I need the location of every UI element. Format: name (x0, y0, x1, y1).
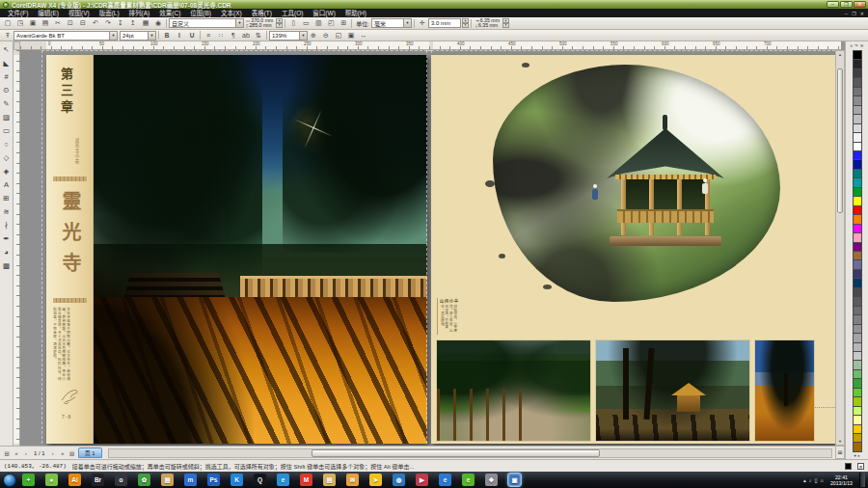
color-swatch-8[interactable] (853, 124, 862, 133)
drop-cap-button[interactable]: ¶ (228, 30, 239, 41)
ellipse-tool[interactable]: ○ (1, 138, 13, 150)
taskbar-globe[interactable]: ◍ (393, 474, 405, 486)
taskbar-qq[interactable]: Q (254, 474, 266, 486)
basic-shapes-tool[interactable]: ◈ (1, 165, 13, 177)
add-page-button[interactable]: ▤ (3, 450, 11, 456)
drawing-units-button[interactable]: ◰ (325, 18, 337, 29)
export-button[interactable]: ↥ (127, 18, 139, 29)
taskbar-folder[interactable]: ▤ (323, 474, 336, 486)
taskbar-foxmail[interactable]: M (300, 474, 312, 486)
font-name-select[interactable]: AvantGarde Bk BT▼ (14, 31, 118, 41)
menu-item-5[interactable]: 效果(C) (154, 10, 185, 16)
paste-button[interactable]: ⊟ (77, 18, 89, 29)
landscape-button[interactable]: ▭ (300, 18, 312, 29)
palette-close-icon[interactable]: ✕ (860, 43, 864, 48)
taskbar-ie[interactable]: e (439, 474, 451, 486)
color-swatch-22[interactable] (853, 252, 862, 260)
color-swatch-37[interactable] (853, 389, 862, 397)
crop-tool[interactable]: # (1, 70, 13, 83)
tray-icon[interactable]: ♪ (809, 477, 812, 483)
paper-size-fields[interactable]: ▭370.0 mm ▯285.0 mm (246, 18, 273, 29)
freehand-tool[interactable]: ✎ (1, 97, 13, 110)
prev-page-button[interactable]: ‹ (22, 450, 30, 456)
document-navigator-button[interactable]: ⊞ (835, 446, 845, 459)
color-swatch-11[interactable] (853, 151, 862, 160)
garden-photo-thumbnail[interactable] (436, 339, 591, 442)
close-button[interactable]: ✕ (854, 1, 866, 8)
interactive-fill-tool[interactable]: ▩ (1, 259, 13, 272)
color-swatch-29[interactable] (853, 315, 862, 324)
cut-button[interactable]: ✂ (52, 18, 64, 29)
nudge-spinner[interactable]: ▲▼ (462, 18, 469, 28)
page-tab[interactable]: 页 1 (78, 447, 102, 458)
taskbar-360browser-green[interactable]: ● (45, 474, 58, 486)
underline-button[interactable]: U (186, 30, 198, 41)
show-desktop-button[interactable] (859, 473, 865, 487)
color-swatch-31[interactable] (853, 334, 862, 342)
color-swatch-25[interactable] (853, 279, 862, 287)
taskbar-media-blue[interactable]: m (184, 474, 197, 486)
menu-item-10[interactable]: 窗口(W) (308, 10, 339, 16)
color-swatch-18[interactable] (853, 215, 862, 224)
taskbar-bridge[interactable]: Br (92, 474, 104, 486)
duplicate-spinner[interactable]: ▲▼ (502, 18, 509, 28)
zoom-in-button[interactable]: ⊕ (308, 30, 319, 41)
menu-item-9[interactable]: 工具(O) (277, 10, 308, 16)
save-button[interactable]: ▣ (27, 18, 39, 29)
zoom-level-select[interactable]: 139%▼ (269, 31, 308, 41)
color-swatch-38[interactable] (853, 397, 862, 406)
color-swatch-36[interactable] (853, 379, 862, 388)
right-page[interactable]: 山间小亭 绿荫深处，小亭翼然。游人驻足，山风送爽，竹影婆娑，其乐融融。 (431, 55, 835, 444)
blend-tool[interactable]: ≋ (1, 205, 13, 218)
polygon-tool[interactable]: ◇ (1, 151, 13, 164)
minimize-button[interactable]: ─ (827, 1, 839, 8)
zoom-width-button[interactable]: ↔ (358, 30, 369, 41)
edit-text-button[interactable]: ab (240, 30, 252, 41)
text-direction-button[interactable]: ⇅ (253, 30, 264, 41)
taskbar-folder-share[interactable]: ▤ (161, 474, 174, 486)
outline-tool[interactable]: ✒ (1, 232, 13, 245)
add-page-after-button[interactable]: ▤ (68, 450, 76, 456)
menu-item-0[interactable]: 文件(F) (3, 10, 33, 16)
nudge-input[interactable]: 3.0 mm (428, 18, 461, 28)
taskbar-illustrator[interactable]: Ai (68, 474, 81, 486)
rectangle-tool[interactable]: ▭ (1, 124, 13, 137)
color-swatch-28[interactable] (853, 307, 862, 315)
doc-window-control-icon[interactable]: ❐ (852, 11, 855, 16)
sunset-tree-photo-thumbnail[interactable] (754, 339, 815, 442)
ink-wash-pavilion-photo[interactable] (493, 65, 780, 302)
color-swatch-16[interactable] (853, 197, 862, 205)
left-page[interactable]: 第三章 灵光寺小景 靈光寺 灵光寺座落于阴那山麓，古木参天，曲径通幽，晨钟暮鼓，… (46, 55, 427, 444)
open-button[interactable]: ◳ (14, 18, 26, 29)
undo-button[interactable]: ↶ (90, 18, 101, 29)
color-swatch-10[interactable] (853, 143, 862, 151)
menu-item-6[interactable]: 位图(B) (185, 10, 216, 16)
color-swatch-9[interactable] (853, 133, 862, 142)
color-swatch-40[interactable] (853, 416, 862, 424)
zoom-out-button[interactable]: ⊖ (320, 30, 332, 41)
color-swatch-0[interactable] (853, 50, 862, 60)
taskbar-kugou[interactable]: K (231, 474, 243, 486)
color-swatch-24[interactable] (853, 270, 862, 279)
import-button[interactable]: ↧ (115, 18, 126, 29)
align-button[interactable]: ≡ (203, 30, 214, 41)
taskbar-360safe[interactable]: + (22, 474, 35, 486)
horizontal-ruler[interactable]: 0501001502002503003504004505005506006507… (20, 41, 841, 50)
welcome-screen-button[interactable]: ◉ (152, 18, 164, 29)
fill-tool[interactable]: ◕ (1, 246, 13, 258)
shape-tool[interactable]: ◣ (1, 57, 13, 69)
color-swatch-26[interactable] (853, 288, 862, 297)
scroll-down-icon[interactable]: ▼ (836, 439, 844, 444)
palette-scroll-down-icon[interactable]: ▾ » (854, 452, 859, 459)
color-swatch-21[interactable] (853, 243, 862, 252)
chapter-sidebar[interactable]: 第三章 灵光寺小景 靈光寺 灵光寺座落于阴那山麓，古木参天，曲径通幽，晨钟暮鼓，… (46, 55, 94, 444)
ruler-origin[interactable] (14, 41, 20, 50)
taskbar-office[interactable]: o (115, 474, 127, 486)
page-preset-select[interactable]: 自定义▼ (169, 18, 244, 28)
paper-size-spinner[interactable]: ▲▼ (276, 18, 283, 28)
units-select[interactable]: 毫米▼ (371, 18, 412, 28)
palette-collapse-icon[interactable]: « (850, 43, 853, 48)
color-swatch-7[interactable] (853, 115, 862, 123)
caption-block[interactable]: 山间小亭 绿荫深处，小亭翼然。游人驻足，山风送爽，竹影婆娑，其乐融融。 (437, 298, 495, 335)
zoom-page-button[interactable]: ▣ (345, 30, 357, 41)
